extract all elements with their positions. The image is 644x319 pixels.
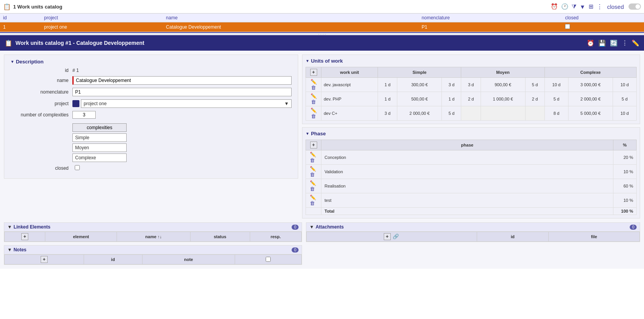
edit-icon[interactable]: ✏️	[311, 79, 317, 85]
attach-header-row: + 🔗 id file	[307, 232, 640, 242]
delete-icon[interactable]: 🗑	[310, 157, 315, 163]
complexities-button[interactable]: complexities	[72, 123, 127, 132]
id-value: # 1	[72, 68, 292, 73]
delete-icon[interactable]: 🗑	[310, 172, 315, 177]
edit-icon[interactable]: ✏️	[310, 166, 316, 172]
units-add-button[interactable]: +	[310, 69, 317, 76]
edit-icon[interactable]: ✏️	[311, 107, 317, 113]
phase-row-actions: ✏️ 🗑	[306, 150, 321, 165]
notes-select-all[interactable]	[266, 257, 271, 262]
unit-name-1: dev. javascript	[321, 78, 378, 92]
detail-icon: 📋	[5, 39, 12, 47]
notes-col-check	[235, 255, 302, 264]
notes-header-row: + id note	[5, 255, 302, 264]
filter-icon[interactable]: ⧩	[572, 3, 577, 10]
notes-section: ▼ Notes 0 + id note	[4, 245, 302, 265]
detail-save-icon[interactable]: 💾	[598, 39, 606, 47]
notes-title: Notes	[14, 247, 26, 252]
moyen-price-2: 1 000,00 €	[481, 92, 525, 106]
phase-add-button[interactable]: +	[310, 142, 317, 148]
delete-icon[interactable]: 🗑	[310, 186, 315, 192]
units-col-complexe: Complexe	[544, 67, 636, 78]
phase-pct-2: 10 %	[613, 165, 637, 179]
phase-row-actions: ✏️ 🗑	[306, 193, 321, 208]
project-select[interactable]: project one ▼	[81, 99, 292, 108]
edit-icon[interactable]: ✏️	[310, 194, 316, 200]
closed-checkbox[interactable]	[75, 165, 80, 170]
linked-add-button[interactable]: +	[21, 233, 28, 240]
simple-d2-3: 5 d	[442, 106, 461, 121]
detail-subscribe-icon[interactable]: ⏰	[587, 39, 594, 47]
project-color-swatch	[72, 100, 79, 107]
table-row[interactable]: 1 project one Catalogue Developpement P1	[0, 22, 644, 32]
filter-dropdown-icon[interactable]: ▼	[580, 3, 586, 10]
units-title: Units of work	[311, 58, 343, 64]
delete-icon[interactable]: 🗑	[311, 99, 316, 105]
nomenclature-field-wrapper	[72, 88, 292, 96]
phase-col-pct: %	[613, 140, 637, 150]
complexe-price-3: 5 000,00 €	[568, 106, 613, 121]
more-options-icon[interactable]: ⋮	[597, 3, 603, 10]
complexe-price-1: 3 000,00 €	[568, 78, 613, 92]
delete-icon[interactable]: 🗑	[311, 85, 316, 90]
simple-price-2: 500,00 €	[397, 92, 442, 106]
description-section: ▼ Description id # 1 name nomenclature	[4, 55, 298, 179]
phase-header-row: + phase %	[306, 140, 637, 150]
units-col-moyen: Moyen	[461, 67, 544, 78]
attach-collapse-arrow[interactable]: ▼	[309, 224, 314, 230]
edit-icon[interactable]: ✏️	[310, 152, 316, 157]
detail-more-icon[interactable]: ⋮	[622, 39, 628, 47]
unit-name-3: dev C+	[321, 106, 378, 121]
subscribe-icon[interactable]: ⏰	[551, 3, 558, 10]
history-icon[interactable]: 🕐	[561, 3, 568, 10]
simple-d1-3: 3 d	[378, 106, 397, 121]
name-row: name	[10, 76, 292, 85]
phase-name-2: Validation	[321, 165, 613, 179]
units-section-header[interactable]: ▼ Units of work	[306, 58, 637, 64]
columns-icon[interactable]: ⊞	[589, 3, 594, 10]
phase-section: ▼ Phase + phase % ✏️	[302, 127, 640, 218]
detail-edit-icon[interactable]: ✏️	[632, 39, 639, 47]
phase-col-phase: phase	[321, 140, 613, 150]
nomenclature-input[interactable]	[72, 88, 292, 96]
edit-icon[interactable]: ✏️	[311, 93, 317, 99]
complexity-moyen: Moyen	[72, 143, 127, 152]
num-complexities-input[interactable]	[72, 111, 96, 119]
table-row: ✏️ 🗑 test 10 %	[306, 193, 637, 208]
phase-section-header[interactable]: ▼ Phase	[306, 131, 637, 136]
linked-collapse-arrow[interactable]: ▼	[7, 224, 12, 230]
detail-refresh-icon[interactable]: 🔄	[610, 39, 618, 47]
attach-add-button[interactable]: +	[384, 233, 391, 240]
attach-title: Attachments	[316, 224, 344, 230]
closed-form-label: closed	[10, 165, 72, 171]
delete-icon[interactable]: 🗑	[310, 200, 315, 206]
description-collapse-arrow: ▼	[10, 60, 14, 64]
notes-collapse-arrow[interactable]: ▼	[7, 247, 12, 252]
closed-label: closed	[607, 3, 624, 10]
bottom-left-panel: ▼ Linked Elements 0 + element name ↑↓ st…	[4, 222, 302, 265]
description-section-header[interactable]: ▼ Description	[10, 59, 292, 65]
phase-pct-4: 10 %	[613, 193, 637, 208]
closed-toggle[interactable]	[629, 3, 641, 10]
notes-add-button[interactable]: +	[41, 256, 48, 263]
detail-left-panel: ▼ Description id # 1 name nomenclature	[4, 55, 302, 218]
detail-title: Work units catalog #1 - Catalogue Develo…	[15, 40, 144, 46]
moyen-d2-3	[525, 106, 544, 121]
moyen-d2-2: 2 d	[525, 92, 544, 106]
simple-price-3: 2 000,00 €	[397, 106, 442, 121]
attach-link-icon[interactable]: 🔗	[393, 234, 399, 239]
table-row: ✏️ 🗑 dev. javascript 1 d 300,00 € 3 d 3 …	[306, 78, 637, 92]
delete-icon[interactable]: 🗑	[311, 113, 316, 119]
units-add-col: +	[306, 67, 321, 78]
name-input[interactable]	[72, 76, 292, 85]
closed-row: closed	[10, 165, 292, 171]
attachments-section: ▼ Attachments 0 + 🔗 id file	[306, 222, 640, 242]
edit-icon[interactable]: ✏️	[310, 180, 316, 186]
row-closed-checkbox[interactable]	[565, 24, 570, 29]
project-field-wrapper: project one ▼	[72, 99, 292, 108]
attach-col-add: + 🔗	[307, 232, 477, 242]
linked-badge: 0	[292, 225, 299, 230]
description-title: Description	[16, 59, 44, 65]
simple-price-1: 300,00 €	[397, 78, 442, 92]
num-complexities-row: number of complexities	[10, 111, 292, 119]
